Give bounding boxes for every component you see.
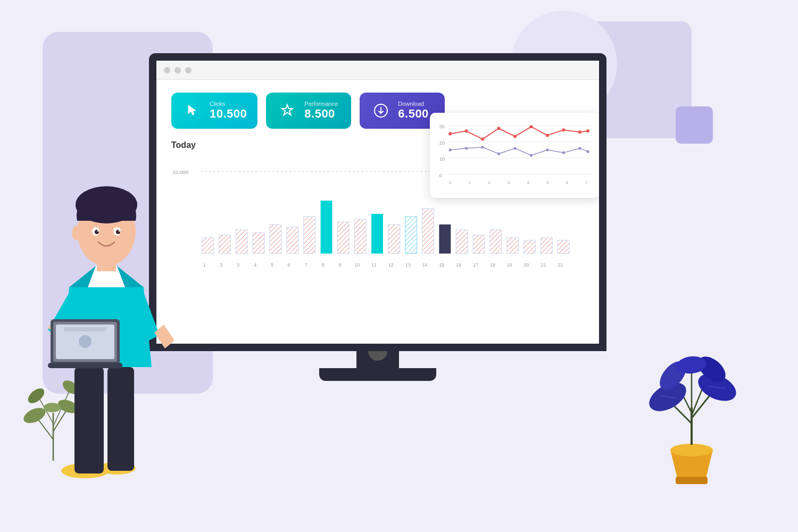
- svg-rect-22: [473, 235, 485, 254]
- svg-text:30: 30: [439, 124, 445, 129]
- svg-point-73: [562, 128, 565, 131]
- svg-rect-99: [97, 261, 116, 271]
- svg-point-79: [497, 152, 500, 155]
- svg-rect-20: [439, 225, 451, 254]
- stat-card-performance-info: Performance 8.500: [304, 101, 338, 121]
- svg-text:6: 6: [288, 262, 290, 268]
- monitor-screen: Clicks 10.500 Performance 8.500: [149, 53, 606, 351]
- stat-card-clicks[interactable]: Clicks 10.500: [171, 93, 257, 129]
- monitor-container: Clicks 10.500 Performance 8.500: [149, 53, 606, 381]
- plant-right: [638, 338, 745, 489]
- svg-text:4: 4: [527, 180, 529, 185]
- svg-text:5: 5: [271, 262, 273, 268]
- monitor-stand-base: [319, 368, 436, 381]
- svg-rect-6: [202, 238, 214, 254]
- svg-point-69: [497, 127, 500, 130]
- svg-rect-15: [354, 219, 366, 254]
- svg-rect-18: [405, 217, 417, 254]
- svg-point-74: [578, 130, 581, 134]
- svg-text:12: 12: [388, 262, 394, 268]
- svg-point-72: [546, 134, 549, 137]
- download-value: 6.500: [398, 107, 429, 121]
- svg-point-97: [119, 230, 120, 232]
- svg-text:16: 16: [456, 262, 461, 268]
- svg-point-81: [530, 154, 533, 156]
- svg-text:0: 0: [439, 173, 442, 178]
- svg-rect-26: [541, 238, 552, 254]
- svg-text:1: 1: [469, 180, 471, 185]
- svg-text:19: 19: [507, 262, 512, 268]
- clicks-label: Clicks: [210, 101, 247, 107]
- svg-text:13: 13: [405, 262, 411, 268]
- svg-point-76: [449, 148, 452, 151]
- dot-1: [164, 67, 170, 73]
- svg-text:14: 14: [422, 262, 428, 268]
- star-icon: [277, 100, 298, 121]
- svg-point-82: [546, 148, 548, 151]
- svg-rect-10: [270, 225, 281, 254]
- svg-point-78: [481, 146, 484, 148]
- svg-rect-17: [388, 225, 400, 254]
- monitor-titlebar: [156, 61, 599, 80]
- line-chart-overlay: 30 20 10 0 0 1 2: [430, 113, 600, 198]
- svg-text:10: 10: [439, 156, 445, 162]
- svg-rect-9: [253, 232, 264, 254]
- svg-rect-21: [456, 230, 468, 254]
- svg-text:22: 22: [558, 262, 563, 268]
- line-chart-svg: 30 20 10 0 0 1 2: [437, 120, 593, 190]
- svg-text:18: 18: [490, 262, 495, 268]
- svg-point-98: [72, 226, 82, 240]
- svg-point-84: [578, 147, 581, 149]
- svg-point-67: [465, 129, 468, 132]
- svg-rect-8: [236, 230, 247, 254]
- performance-value: 8.500: [304, 107, 338, 121]
- svg-rect-23: [490, 230, 502, 254]
- svg-text:20: 20: [439, 140, 445, 146]
- svg-text:9: 9: [338, 262, 341, 268]
- svg-text:8: 8: [322, 262, 325, 268]
- plant-svg: [638, 338, 745, 487]
- svg-rect-104: [64, 327, 106, 331]
- svg-point-66: [448, 132, 452, 135]
- svg-rect-11: [287, 227, 298, 254]
- svg-text:7: 7: [585, 180, 588, 185]
- dot-2: [174, 67, 181, 73]
- svg-text:7: 7: [305, 262, 307, 268]
- svg-rect-13: [321, 201, 332, 253]
- svg-rect-89: [107, 367, 134, 471]
- person-svg: [32, 138, 181, 479]
- svg-rect-19: [422, 209, 434, 254]
- svg-rect-107: [676, 477, 708, 484]
- stat-card-performance[interactable]: Performance 8.500: [266, 93, 351, 129]
- svg-rect-24: [507, 238, 519, 254]
- svg-point-103: [79, 335, 92, 348]
- svg-text:4: 4: [254, 262, 256, 268]
- svg-text:1: 1: [203, 262, 206, 268]
- bg-shape-right-small: [676, 106, 713, 144]
- stat-card-clicks-info: Clicks 10.500: [210, 101, 247, 121]
- svg-rect-105: [48, 363, 122, 368]
- svg-point-83: [562, 151, 565, 154]
- performance-label: Performance: [304, 101, 338, 107]
- svg-text:17: 17: [473, 262, 478, 268]
- svg-text:10: 10: [354, 262, 360, 268]
- svg-text:5: 5: [546, 180, 549, 185]
- svg-rect-25: [524, 240, 536, 254]
- svg-text:6: 6: [566, 180, 568, 185]
- dot-3: [185, 67, 192, 73]
- download-label: Download: [398, 101, 429, 107]
- svg-rect-12: [304, 217, 315, 254]
- svg-text:0: 0: [449, 180, 452, 185]
- person-container: [32, 138, 181, 479]
- cursor-icon: [182, 100, 203, 121]
- svg-point-68: [481, 137, 484, 140]
- svg-point-70: [513, 135, 517, 138]
- svg-text:3: 3: [508, 180, 510, 185]
- svg-text:2: 2: [220, 262, 223, 268]
- svg-point-85: [587, 150, 589, 153]
- svg-text:20: 20: [524, 262, 529, 268]
- stat-card-download-info: Download 6.500: [398, 101, 429, 121]
- svg-text:2: 2: [488, 180, 491, 185]
- svg-rect-14: [337, 222, 349, 254]
- svg-rect-27: [558, 240, 569, 254]
